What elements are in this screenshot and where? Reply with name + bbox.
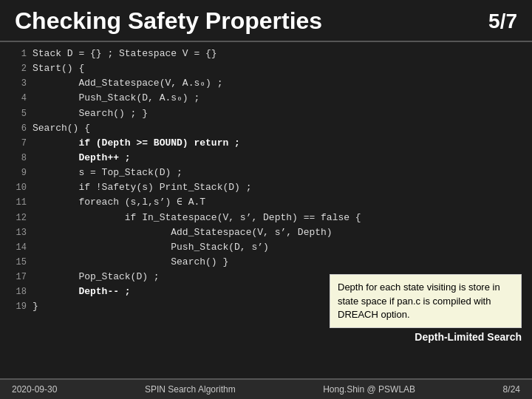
line-content: Stack D = {} ; Statespace V = {}: [33, 47, 217, 61]
line-number: 12: [12, 211, 33, 225]
line-number: 11: [12, 196, 33, 210]
footer-date: 2020-09-30: [12, 384, 57, 395]
line-content: Push_Stack(D, A.s₀) ;: [33, 91, 200, 106]
line-content: Pop_Stack(D) ;: [33, 270, 160, 284]
line-content: Add_Statespace(V, A.s₀) ;: [33, 76, 222, 91]
tooltip-box: Depth for each state visiting is store i…: [330, 274, 522, 328]
tooltip-text: Depth for each state visiting is store i…: [338, 282, 500, 319]
line-content: foreach (s,l,s’) ∈ A.T: [33, 195, 205, 210]
footer-author: Hong.Shin @ PSWLAB: [323, 384, 415, 395]
line-number: 14: [12, 241, 33, 255]
code-line: 4 Push_Stack(D, A.s₀) ;: [12, 91, 520, 106]
code-line: 13 Add_Statespace(V, s’, Depth): [12, 225, 520, 240]
code-line: 10 if !Safety(s) Print_Stack(D) ;: [12, 180, 520, 195]
line-content: if In_Statespace(V, s’, Depth) == false …: [33, 211, 361, 225]
content-area: 1Stack D = {} ; Statespace V = {}2Start(…: [0, 42, 532, 378]
footer-page: 8/24: [503, 384, 520, 395]
line-number: 2: [12, 62, 33, 76]
line-content: if (Depth >= BOUND) return ;: [33, 136, 240, 151]
line-number: 6: [12, 122, 33, 136]
line-content: Search() {: [33, 121, 90, 136]
slide-title: Checking Safety Properties: [15, 7, 322, 35]
slide-number: 5/7: [488, 10, 517, 33]
code-line: 7 if (Depth >= BOUND) return ;: [12, 136, 520, 151]
slide: Checking Safety Properties 5/7 1Stack D …: [0, 0, 532, 399]
line-number: 3: [12, 77, 33, 91]
line-content: Depth++ ;: [33, 151, 131, 166]
code-line: 9 s = Top_Stack(D) ;: [12, 166, 520, 180]
footer-title: SPIN Search Algorithm: [145, 384, 236, 395]
line-number: 5: [12, 107, 33, 121]
code-line: 11 foreach (s,l,s’) ∈ A.T: [12, 195, 520, 210]
line-number: 17: [12, 270, 33, 284]
line-content: Search() ; }: [33, 106, 148, 121]
line-number: 4: [12, 92, 33, 106]
code-line: 6Search() {: [12, 121, 520, 136]
code-line: 5 Search() ; }: [12, 106, 520, 121]
line-number: 10: [12, 181, 33, 195]
line-number: 13: [12, 226, 33, 240]
line-number: 15: [12, 256, 33, 270]
line-number: 8: [12, 151, 33, 166]
line-content: Search() }: [33, 255, 228, 270]
line-number: 9: [12, 166, 33, 180]
code-line: 1Stack D = {} ; Statespace V = {}: [12, 47, 520, 61]
line-number: 19: [12, 300, 33, 314]
slide-header: Checking Safety Properties 5/7: [0, 0, 532, 42]
line-content: }: [33, 299, 38, 314]
code-line: 3 Add_Statespace(V, A.s₀) ;: [12, 76, 520, 91]
code-line: 14 Push_Stack(D, s’): [12, 240, 520, 255]
code-line: 15 Search() }: [12, 255, 520, 270]
line-content: s = Top_Stack(D) ;: [33, 166, 183, 180]
code-line: 8 Depth++ ;: [12, 151, 520, 166]
depth-limited-label: Depth-Limited Search: [415, 331, 522, 343]
code-line: 2Start() {: [12, 61, 520, 76]
line-content: Add_Statespace(V, s’, Depth): [33, 225, 332, 240]
line-number: 7: [12, 137, 33, 151]
line-content: Push_Stack(D, s’): [33, 240, 269, 255]
line-content: if !Safety(s) Print_Stack(D) ;: [33, 180, 251, 195]
line-content: Start() {: [33, 61, 84, 76]
line-number: 1: [12, 47, 33, 61]
line-number: 18: [12, 285, 33, 299]
line-content: Depth-- ;: [33, 284, 131, 299]
code-line: 12 if In_Statespace(V, s’, Depth) == fal…: [12, 211, 520, 225]
footer: 2020-09-30 SPIN Search Algorithm Hong.Sh…: [0, 378, 532, 399]
